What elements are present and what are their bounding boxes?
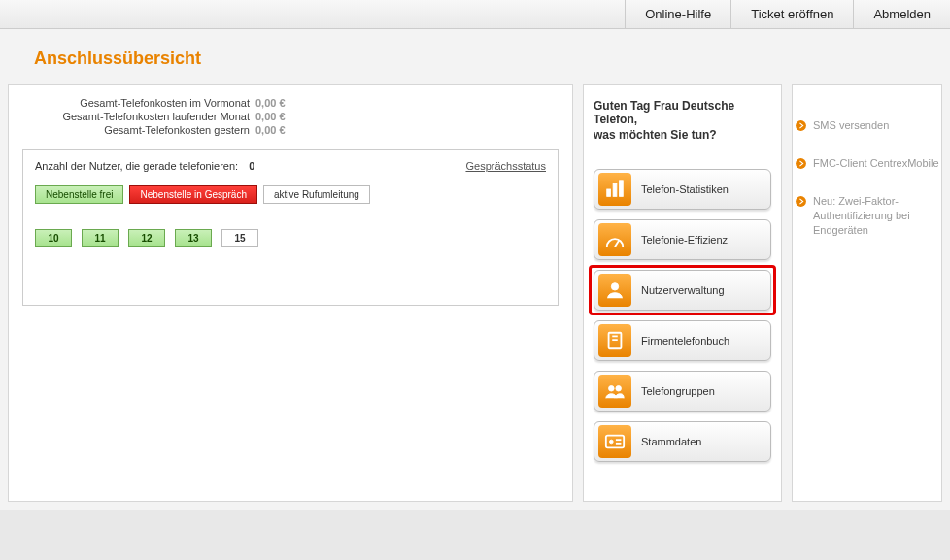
svg-line-3	[615, 240, 620, 247]
svg-rect-0	[607, 189, 611, 196]
svg-point-13	[796, 196, 806, 207]
cost-yesterday: Gesamt-Telefonkosten gestern 0,00 €	[22, 124, 294, 136]
group-icon	[598, 375, 631, 408]
action-label: Telefongruppen	[641, 385, 715, 397]
sidelinks-card: SMS versenden FMC-Client CentrexMobile N…	[792, 84, 942, 502]
call-status-panel: Anzahl der Nutzer, die gerade telefonier…	[22, 149, 559, 306]
action-label: Telefonie-Effizienz	[641, 234, 728, 246]
svg-point-5	[609, 386, 615, 392]
page-title: Anschlussübersicht	[0, 29, 950, 84]
active-callers-label: Anzahl der Nutzer, die gerade telefonier…	[35, 160, 254, 172]
telefonie-effizienz-button[interactable]: Telefonie-Effizienz	[594, 219, 771, 260]
stammdaten-button[interactable]: Stammdaten	[594, 421, 771, 462]
action-label: Firmentelefonbuch	[641, 335, 729, 346]
gauge-icon	[598, 223, 631, 256]
action-label: Stammdaten	[641, 436, 701, 447]
twofa-link[interactable]: Neu: Zwei-Faktor-Authentifizierung bei E…	[795, 194, 939, 238]
link-label: Neu: Zwei-Faktor-Authentifizierung bei E…	[813, 194, 939, 238]
telefongruppen-button[interactable]: Telefongruppen	[594, 371, 771, 412]
legend-free: Nebenstelle frei	[35, 185, 123, 204]
top-nav: Online-Hilfe Ticket eröffnen Abmelden	[0, 0, 950, 29]
extension-chip[interactable]: 11	[82, 229, 119, 247]
legend-busy: Nebenstelle in Gespräch	[129, 185, 257, 204]
cost-curr-month: Gesamt-Telefonkosten laufender Monat 0,0…	[22, 111, 294, 122]
active-callers-text: Anzahl der Nutzer, die gerade telefonier…	[35, 160, 238, 172]
chart-icon	[598, 173, 631, 206]
cost-prev-month-value: 0,00 €	[255, 97, 294, 109]
arrow-icon	[795, 156, 807, 173]
cost-prev-month: Gesamt-Telefonkosten im Vormonat 0,00 €	[22, 97, 294, 109]
extension-chip[interactable]: 12	[128, 229, 165, 247]
sms-link[interactable]: SMS versenden	[795, 118, 939, 135]
svg-rect-2	[620, 181, 624, 197]
cost-prev-month-label: Gesamt-Telefonkosten im Vormonat	[80, 97, 250, 109]
nutzerverwaltung-button[interactable]: Nutzerverwaltung	[594, 270, 771, 311]
link-label: SMS versenden	[813, 118, 889, 133]
logout-link[interactable]: Abmelden	[853, 0, 950, 28]
user-icon	[598, 274, 631, 307]
extension-row: 10 11 12 13 15	[35, 229, 546, 247]
legend-fwd: aktive Rufumleitung	[263, 185, 370, 204]
svg-rect-7	[606, 436, 624, 448]
action-label: Nutzerverwaltung	[641, 284, 725, 296]
cost-curr-month-value: 0,00 €	[255, 111, 294, 122]
extension-chip[interactable]: 15	[221, 229, 258, 247]
telefon-statistiken-button[interactable]: Telefon-Statistiken	[594, 169, 771, 210]
svg-point-8	[610, 440, 614, 444]
arrow-icon	[795, 118, 807, 135]
open-ticket-link[interactable]: Ticket eröffnen	[730, 0, 853, 28]
svg-point-11	[796, 120, 806, 131]
cost-yesterday-label: Gesamt-Telefonkosten gestern	[104, 124, 250, 136]
overview-card: Gesamt-Telefonkosten im Vormonat 0,00 € …	[8, 84, 573, 502]
extension-chip[interactable]: 13	[175, 229, 212, 247]
svg-point-6	[616, 386, 622, 392]
firmentelefonbuch-button[interactable]: Firmentelefonbuch	[594, 320, 771, 361]
extension-chip[interactable]: 10	[35, 229, 72, 247]
action-label: Telefon-Statistiken	[641, 183, 729, 195]
help-link[interactable]: Online-Hilfe	[625, 0, 730, 28]
phonebook-icon	[598, 324, 631, 357]
svg-point-12	[796, 158, 806, 169]
greeting-line1: Guten Tag Frau Deutsche Telefon,	[594, 99, 771, 126]
svg-point-4	[611, 283, 618, 290]
greeting-line2: was möchten Sie tun?	[594, 128, 771, 142]
arrow-icon	[795, 194, 807, 211]
id-card-icon	[598, 425, 631, 458]
svg-rect-1	[613, 184, 617, 197]
legend: Nebenstelle frei Nebenstelle in Gespräch…	[35, 185, 546, 204]
actions-card: Guten Tag Frau Deutsche Telefon, was möc…	[583, 84, 782, 502]
cost-yesterday-value: 0,00 €	[255, 124, 294, 136]
fmc-link[interactable]: FMC-Client CentrexMobile	[795, 156, 939, 173]
call-status-link[interactable]: Gesprächsstatus	[465, 160, 546, 172]
link-label: FMC-Client CentrexMobile	[813, 156, 939, 171]
active-callers-count: 0	[249, 160, 254, 172]
cost-curr-month-label: Gesamt-Telefonkosten laufender Monat	[62, 111, 250, 122]
